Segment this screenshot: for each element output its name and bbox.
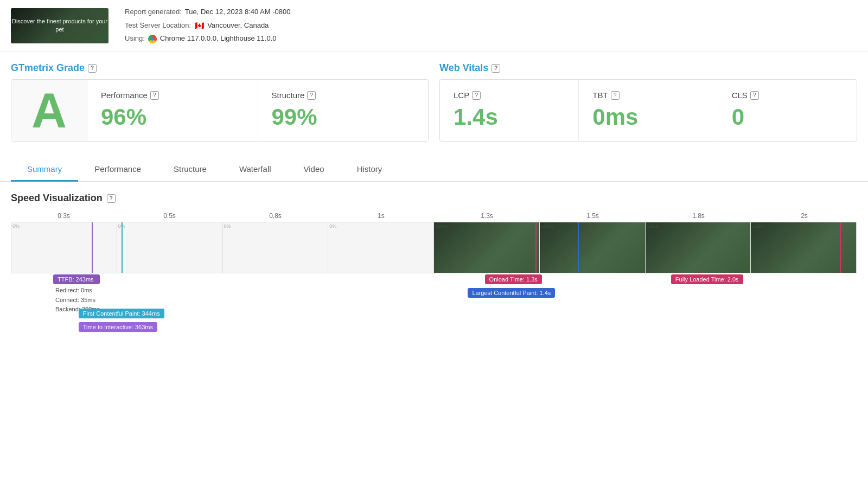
structure-value: 99%	[272, 104, 415, 130]
tab-performance[interactable]: Performance	[78, 158, 157, 182]
web-vitals-title: Web Vitals ?	[439, 62, 857, 74]
thumbnail-text: Discover the finest products for your pe…	[11, 17, 108, 34]
tabs: Summary Performance Structure Waterfall …	[11, 158, 857, 181]
fully-marker-line	[840, 222, 841, 273]
time-ruler: 0.3s 0.5s 0.8s 1s 1.3s 1.5s 1.8s 2s	[11, 212, 857, 220]
tab-waterfall[interactable]: Waterfall	[223, 158, 288, 182]
performance-metric: Performance ? 96%	[87, 80, 258, 141]
gtmetrix-grade-panel: GTmetrix Grade ? A Performance ? 96% Str…	[11, 62, 429, 142]
frame-1-label: 0%	[12, 223, 20, 229]
fully-label: Fully Loaded Time: 2.0s	[671, 274, 743, 284]
grade-letter: A	[31, 86, 67, 135]
onload-label: Onload Time: 1.3s	[485, 274, 542, 284]
redirect-detail: Redirect: 0ms	[55, 286, 100, 296]
frame-4: 0%	[328, 222, 434, 273]
time-tick-6: 1.5s	[540, 212, 646, 220]
structure-label: Structure ?	[272, 91, 415, 100]
frame-1: 0%	[11, 222, 117, 273]
structure-label-text: Structure	[272, 91, 305, 100]
frame-7: 100%	[646, 222, 751, 273]
speed-viz-title: Speed Visualization ?	[11, 193, 857, 204]
tbt-value: 0ms	[592, 104, 638, 130]
ttfb-marker-line	[92, 222, 93, 273]
tab-video[interactable]: Video	[288, 158, 341, 182]
lcp-label: Largest Contentful Paint: 1.4s	[468, 288, 555, 298]
grade-box: A Performance ? 96% Structure ? 99%	[11, 79, 429, 142]
time-tick-2: 0.5s	[117, 212, 222, 220]
site-thumbnail: Discover the finest products for your pe…	[11, 8, 108, 43]
server-value: Vancouver, Canada	[207, 19, 269, 33]
ttfb-label: TTFB: 243ms	[53, 274, 100, 284]
structure-metric: Structure ? 99%	[258, 80, 429, 141]
performance-value: 96%	[101, 104, 244, 130]
speed-viz-label: Speed Visualization	[11, 193, 103, 204]
tti-annotation: Time to Interactive: 363ms	[79, 322, 157, 332]
cls-label: CLS ?	[732, 91, 843, 100]
report-info: Report generated: Tue, Dec 12, 2023 8:40…	[125, 5, 290, 46]
using-label: Using:	[125, 32, 145, 46]
grade-metrics: Performance ? 96% Structure ? 99%	[87, 80, 428, 141]
web-vitals-help[interactable]: ?	[492, 64, 500, 73]
onload-marker-line	[535, 222, 537, 273]
web-vitals-label: Web Vitals	[439, 62, 488, 74]
top-bar: Discover the finest products for your pe…	[0, 0, 868, 52]
tti-label: Time to Interactive: 363ms	[79, 322, 157, 332]
lcp-label-text: LCP	[454, 91, 469, 100]
time-tick-1: 0.3s	[11, 212, 117, 220]
tbt-help[interactable]: ?	[611, 91, 620, 100]
cls-help[interactable]: ?	[750, 91, 759, 100]
fcp-annotation: First Contentful Paint: 344ms	[79, 309, 164, 318]
lcp-label: LCP ?	[454, 91, 565, 100]
lcp-value: 1.4s	[454, 104, 498, 130]
frame-3: 0%	[223, 222, 329, 273]
annotations: TTFB: 243ms Redirect: 0ms Connect: 35ms …	[11, 273, 857, 344]
lcp-annotation: Largest Contentful Paint: 1.4s	[468, 288, 555, 298]
frame-2: 0%	[117, 222, 223, 273]
fcp-label: First Contentful Paint: 344ms	[79, 309, 164, 318]
frame-3-label: 0%	[224, 223, 231, 229]
lcp-help[interactable]: ?	[472, 91, 481, 100]
tbt-item: TBT ? 0ms	[579, 80, 718, 141]
chrome-icon	[148, 35, 157, 43]
time-tick-5: 1.3s	[434, 212, 540, 220]
performance-label: Performance ?	[101, 91, 244, 100]
server-label: Test Server Location:	[125, 19, 191, 33]
tbt-label-text: TBT	[592, 91, 608, 100]
cls-item: CLS ? 0	[718, 80, 857, 141]
time-tick-8: 2s	[751, 212, 857, 220]
tab-history[interactable]: History	[341, 158, 399, 182]
connect-detail: Connect: 35ms	[55, 296, 100, 305]
grades-section: GTmetrix Grade ? A Performance ? 96% Str…	[0, 52, 868, 147]
lcp-item: LCP ? 1.4s	[440, 80, 579, 141]
gtmetrix-grade-help[interactable]: ?	[88, 64, 97, 73]
report-label: Report generated:	[125, 5, 182, 19]
fully-annotation: Fully Loaded Time: 2.0s	[671, 274, 743, 284]
speed-viz-help[interactable]: ?	[107, 194, 116, 203]
frame-5: 100%	[434, 222, 540, 273]
fcp-marker-line	[122, 222, 123, 273]
content-section: Speed Visualization ? 0.3s 0.5s 0.8s 1s …	[0, 182, 868, 355]
tab-structure[interactable]: Structure	[157, 158, 223, 182]
structure-help[interactable]: ?	[307, 91, 316, 100]
tabs-section: Summary Performance Structure Waterfall …	[0, 158, 868, 182]
tab-summary[interactable]: Summary	[11, 158, 78, 182]
filmstrip: 0% 0% 0% 0% 100% 100% 100%	[11, 222, 857, 273]
time-tick-3: 0.8s	[222, 212, 328, 220]
web-vitals-box: LCP ? 1.4s TBT ? 0ms CLS ? 0	[439, 79, 857, 142]
gtmetrix-grade-title: GTmetrix Grade ?	[11, 62, 429, 74]
report-value: Tue, Dec 12, 2023 8:40 AM -0800	[185, 5, 291, 19]
time-tick-4: 1s	[328, 212, 434, 220]
web-vitals-panel: Web Vitals ? LCP ? 1.4s TBT ? 0ms CLS	[439, 62, 857, 142]
gtmetrix-grade-label: GTmetrix Grade	[11, 62, 85, 74]
lcp-marker-line	[578, 222, 579, 273]
flag-icon: 🇨🇦	[194, 22, 204, 29]
grade-letter-box: A	[11, 80, 87, 141]
frame-4-label: 0%	[329, 223, 336, 229]
cls-label-text: CLS	[732, 91, 748, 100]
frame-6: 100%	[540, 222, 646, 273]
onload-annotation: Onload Time: 1.3s	[485, 274, 542, 284]
cls-value: 0	[732, 104, 744, 130]
performance-help[interactable]: ?	[150, 91, 159, 100]
performance-label-text: Performance	[101, 91, 148, 100]
time-tick-7: 1.8s	[646, 212, 751, 220]
